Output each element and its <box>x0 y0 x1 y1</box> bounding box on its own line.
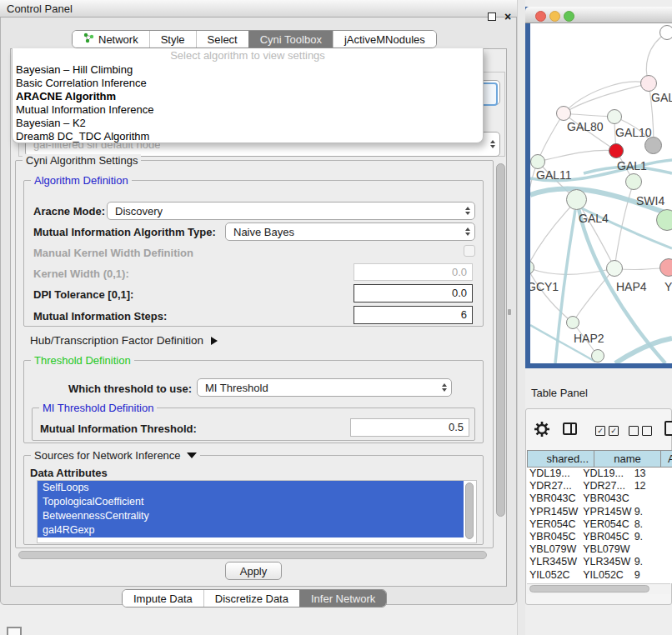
panel-divider[interactable] <box>517 0 525 635</box>
table-row[interactable]: YPR145WYPR145W9. <box>527 506 672 518</box>
floating-panel-icon[interactable] <box>7 627 22 635</box>
table-row[interactable]: YBR043CYBR043C <box>527 492 672 505</box>
column-header-shared-name[interactable]: shared... <box>527 450 594 468</box>
tab-cyni-toolbox[interactable]: Cyni Toolbox <box>248 31 333 48</box>
table-settings-gear-icon[interactable] <box>534 421 550 441</box>
dropdown-item-highlighted[interactable]: ARACNE Algorithm <box>13 90 483 103</box>
table-row[interactable]: YDL19...YDL19...13 <box>527 468 672 480</box>
combobox-stepper[interactable] <box>442 383 447 392</box>
table-row[interactable]: YBL079WYBL079W <box>527 543 672 556</box>
kernel-width-label: Kernel Width (0,1): <box>33 268 129 280</box>
network-node[interactable] <box>625 173 642 190</box>
table-row[interactable]: YIL052CYIL052C9 <box>527 569 672 582</box>
table-row[interactable]: YDR27...YDR27...12 <box>527 480 672 492</box>
settings-horizontal-scrollbar[interactable] <box>18 551 487 559</box>
cell: YER054C <box>527 518 579 531</box>
settings-group-title: Cyni Algorithm Settings <box>23 154 141 167</box>
tab-impute-data[interactable]: Impute Data <box>123 590 203 607</box>
table-panel-title: Table Panel <box>531 387 588 399</box>
tab-style[interactable]: Style <box>149 31 196 48</box>
attribute-item-selected[interactable]: gal4RGexp <box>38 523 464 538</box>
collapse-arrow-icon <box>187 452 197 458</box>
partial-toolbar-icon[interactable] <box>664 421 672 436</box>
tab-jactivemnodules[interactable]: jActiveMNodules <box>333 31 436 48</box>
kernel-width-field[interactable]: 0.0 <box>354 263 473 281</box>
tab-select-label: Select <box>208 33 238 46</box>
manual-kernel-width-label: Manual Kernel Width Definition <box>33 247 193 259</box>
network-canvas[interactable]: GAL GAL80 GAL10 GAL1 GAL11 GAL4 SWI4 GCY… <box>530 23 672 363</box>
combobox-stepper[interactable] <box>490 140 495 148</box>
apply-button[interactable]: Apply <box>225 562 282 580</box>
network-node-gal1-selected[interactable] <box>609 143 624 158</box>
network-node-salmon[interactable] <box>659 258 672 277</box>
which-threshold-value: MI Threshold <box>198 382 268 394</box>
table-hscrollbar-thumb[interactable] <box>529 585 649 592</box>
network-node-gal11[interactable] <box>530 154 545 169</box>
combobox-stepper[interactable] <box>465 207 470 215</box>
mi-threshold-field[interactable]: 0.5 <box>350 418 469 437</box>
network-node-hap2[interactable] <box>566 316 579 329</box>
mi-algorithm-type-combobox[interactable]: Naive Bayes <box>225 222 475 241</box>
dropdown-item[interactable]: Dream8 DC_TDC Algorithm <box>13 130 483 143</box>
cell: YBR045C <box>579 531 632 543</box>
dropdown-item[interactable]: Mutual Information Inference <box>13 103 483 117</box>
dpi-tolerance-field[interactable]: 0.0 <box>354 284 473 302</box>
cell: YPR145W <box>579 506 632 518</box>
network-node-gal4[interactable] <box>566 189 587 210</box>
mi-steps-field[interactable]: 6 <box>354 306 473 324</box>
cell <box>633 543 672 556</box>
attribute-item-selected[interactable]: TopologicalCoefficient <box>38 495 464 509</box>
combobox-stepper[interactable] <box>465 228 470 236</box>
cell: 9. <box>633 531 672 543</box>
tab-network-label: Network <box>98 33 138 46</box>
sources-title[interactable]: Sources for Network Inference <box>31 449 200 462</box>
node-label: SWI4 <box>636 194 664 208</box>
column-header-partial[interactable]: A <box>660 450 672 468</box>
divider-grip[interactable] <box>508 309 511 315</box>
table-row[interactable]: YBR045CYBR045C9. <box>527 531 672 543</box>
tab-discretize-data[interactable]: Discretize Data <box>203 590 299 607</box>
manual-kernel-width-checkbox[interactable] <box>464 245 475 257</box>
float-window-icon[interactable] <box>488 12 496 21</box>
attribute-item-selected[interactable]: BetweennessCentrality <box>38 509 464 523</box>
dropdown-item[interactable]: Bayesian – Hill Climbing <box>13 63 483 77</box>
which-threshold-combobox[interactable]: MI Threshold <box>197 378 452 397</box>
network-node-hap4[interactable] <box>606 260 623 277</box>
settings-vertical-scrollbar[interactable] <box>496 163 505 517</box>
column-header-name[interactable]: name <box>594 450 661 468</box>
tab-jactivemnodules-label: jActiveMNodules <box>344 33 425 46</box>
tab-select[interactable]: Select <box>196 31 248 48</box>
deselect-all-columns-icon[interactable] <box>629 426 652 436</box>
node-label: GAL <box>651 91 672 104</box>
node-label: GAL4 <box>579 212 609 225</box>
table-row[interactable]: YLR345WYLR345W9. <box>527 556 672 568</box>
network-node[interactable] <box>591 349 604 362</box>
tab-network[interactable]: Network <box>73 31 149 48</box>
table-row[interactable]: YER054CYER054C8. <box>527 518 672 531</box>
mi-threshold-definition-title: MI Threshold Definition <box>39 402 157 414</box>
show-columns-icon[interactable] <box>563 422 577 435</box>
network-node-swi4[interactable] <box>656 209 672 231</box>
dropdown-item[interactable]: Bayesian – K2 <box>13 117 483 130</box>
network-tab-icon <box>83 32 94 46</box>
network-node-gal-partial[interactable] <box>640 75 657 92</box>
select-all-columns-icon[interactable]: ✓✓ <box>595 426 619 436</box>
zoom-traffic-light[interactable] <box>564 11 574 22</box>
attributes-list-scrollbar[interactable] <box>465 482 474 539</box>
network-node-gal10[interactable] <box>607 109 622 124</box>
aracne-mode-combobox[interactable]: Discovery <box>107 202 475 220</box>
close-traffic-light[interactable] <box>535 11 546 22</box>
close-icon[interactable]: × <box>501 10 514 23</box>
hub-definition-expander[interactable]: Hub/Transcription Factor Definition <box>30 334 218 347</box>
network-node-gray[interactable] <box>644 137 662 154</box>
dropdown-item[interactable]: Basic Correlation Inference <box>13 77 483 90</box>
network-node-gal80[interactable] <box>556 106 571 121</box>
minimize-traffic-light[interactable] <box>549 11 560 22</box>
cell: YDL19... <box>579 468 632 480</box>
attribute-item-selected[interactable]: SelfLoops <box>38 481 464 495</box>
network-node[interactable] <box>659 25 672 40</box>
node-label: HAP4 <box>616 280 647 293</box>
checked-box-icon: ✓ <box>609 426 619 436</box>
tab-infer-network[interactable]: Infer Network <box>299 590 386 607</box>
network-view-titlebar[interactable] <box>525 7 672 23</box>
